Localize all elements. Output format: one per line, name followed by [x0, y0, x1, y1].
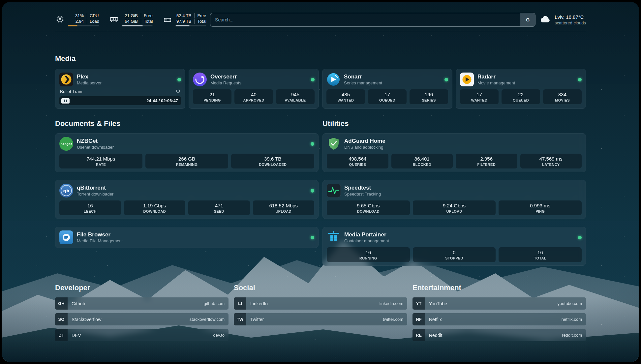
entertainment-heading: Entertainment — [412, 284, 586, 292]
cpu-value-1: 31% — [68, 13, 84, 18]
stat-queued: 22QUEUED — [502, 89, 540, 104]
svg-text:nzbget: nzbget — [61, 142, 73, 146]
link-name: DEV — [72, 333, 81, 338]
status-dot — [578, 78, 582, 81]
service-card-portainer[interactable]: Media Portainer Container management 16R… — [322, 227, 586, 266]
cpu-meter — [68, 25, 99, 26]
stat-approved: 40APPROVED — [234, 89, 273, 104]
reddit-badge-icon: RE — [412, 329, 425, 341]
memory-icon — [109, 14, 119, 25]
stat-rate: 744.21 MbpsRATE — [59, 154, 142, 168]
disk-label-1: Free — [194, 13, 206, 18]
weather-location: Lviv, 16.87°C — [555, 14, 586, 20]
link-name: Reddit — [429, 333, 442, 338]
disk-widget: 52.4 TB Free 97.9 TB Total — [163, 13, 206, 27]
service-card-qbittorrent[interactable]: qb qBittorrent Torrent downloader 16LEEC… — [55, 180, 319, 219]
link-reddit[interactable]: RE Reddit reddit.com — [412, 329, 586, 341]
status-dot — [177, 78, 181, 81]
resource-widgets: 31% CPU 2.94 Load — [55, 13, 206, 27]
service-card-overseerr[interactable]: Overseerr Media Requests 21PENDING 40APP… — [189, 69, 319, 109]
link-dev[interactable]: DT DEV dev.to — [55, 329, 229, 341]
service-card-sonarr[interactable]: Sonarr Series management 485WANTED 17QUE… — [322, 69, 452, 109]
netflix-badge-icon: NF — [412, 313, 425, 325]
now-playing-title: Bullet Train — [60, 89, 82, 94]
stat-available: 945AVAILABLE — [276, 89, 315, 104]
memory-meter — [122, 25, 153, 26]
status-dot — [444, 78, 448, 81]
link-name: YouTube — [429, 301, 447, 306]
link-netflix[interactable]: NF Netflix netflix.com — [412, 313, 586, 325]
link-domain: netflix.com — [562, 317, 582, 322]
link-name: Netflix — [429, 317, 442, 322]
cloud-icon — [539, 13, 551, 26]
link-domain: linkedin.com — [380, 301, 403, 306]
stat-series: 196SERIES — [410, 89, 448, 104]
weather-widget[interactable]: Lviv, 16.87°C scattered clouds — [539, 13, 586, 26]
media-heading: Media — [55, 54, 586, 63]
search-bar[interactable]: G — [210, 13, 535, 27]
service-subtitle: Speedtest Tracking — [344, 192, 381, 197]
stat-stopped: 0STOPPED — [413, 247, 496, 262]
overseerr-icon — [193, 73, 207, 86]
dashboard-screen: 31% CPU 2.94 Load — [2, 2, 639, 362]
cpu-label-1: CPU — [87, 13, 99, 18]
search-provider-button[interactable]: G — [520, 13, 535, 26]
topbar: 31% CPU 2.94 Load — [55, 2, 586, 27]
svg-text:qb: qb — [63, 188, 70, 193]
now-playing-time: 24:44 / 02:06:47 — [146, 99, 178, 103]
link-youtube[interactable]: YT YouTube youtube.com — [412, 297, 586, 310]
filebrowser-icon — [59, 230, 73, 244]
social-heading: Social — [234, 284, 407, 292]
service-card-speedtest[interactable]: Speedtest Speedtest Tracking 9.65 GbpsDO… — [322, 180, 586, 219]
stat-pending: 21PENDING — [193, 89, 231, 104]
stat-remaining: 266 GBREMAINING — [145, 154, 229, 168]
weather-condition: scattered clouds — [555, 20, 586, 25]
service-card-nzbget[interactable]: nzbget NZBGet Usenet downloader 744.21 M… — [55, 133, 319, 172]
service-subtitle: Container management — [344, 238, 389, 243]
developer-heading: Developer — [55, 284, 229, 292]
stat-running: 16RUNNING — [327, 247, 410, 262]
link-name: StackOverflow — [72, 317, 101, 322]
link-github[interactable]: GH Github github.com — [55, 297, 229, 310]
topbar-divider — [55, 31, 586, 31]
disk-meter — [175, 25, 206, 26]
section-documents: Documents & Files nzbget NZBGet Usenet d… — [55, 119, 319, 248]
stat-blocked: 86,401BLOCKED — [391, 154, 453, 168]
stat-latency: 47.569 msLATENCY — [520, 154, 582, 168]
portainer-icon — [327, 230, 341, 244]
section-social: Social LI LinkedIn linkedin.com TW Twitt… — [234, 284, 407, 325]
stat-seed: 471SEED — [188, 200, 250, 215]
link-domain: twitter.com — [383, 317, 403, 322]
disk-icon — [163, 14, 172, 25]
section-entertainment: Entertainment YT YouTube youtube.com NF … — [412, 284, 586, 341]
service-card-radarr[interactable]: Radarr Movie management 17WANTED 22QUEUE… — [456, 69, 586, 109]
link-linkedin[interactable]: LI LinkedIn linkedin.com — [234, 297, 407, 310]
stat-upload: 618.52 MbpsUPLOAD — [253, 200, 315, 215]
stat-filtered: 2,956FILTERED — [456, 154, 517, 168]
service-card-filebrowser[interactable]: File Browser Media File Management — [55, 227, 319, 248]
link-name: LinkedIn — [250, 301, 268, 306]
service-name: File Browser — [77, 231, 123, 238]
section-media: Media Plex Media server — [55, 54, 586, 109]
disk-label-2: Total — [194, 19, 206, 24]
service-subtitle: Media Requests — [210, 80, 241, 85]
section-utilities: Utilities AdGuard Home DNS and adbloc — [322, 119, 586, 266]
service-card-plex[interactable]: Plex Media server Bullet Train ⚙ 24:44 /… — [55, 69, 185, 109]
pause-icon[interactable] — [61, 98, 70, 104]
link-stackoverflow[interactable]: SO StackOverflow stackoverflow.com — [55, 313, 229, 325]
stat-download: 1.19 GbpsDOWNLOAD — [124, 200, 186, 215]
github-badge-icon: GH — [55, 297, 68, 310]
nzbget-icon: nzbget — [59, 137, 73, 151]
stat-wanted: 485WANTED — [326, 89, 365, 104]
status-dot — [311, 78, 315, 81]
utilities-heading: Utilities — [322, 119, 586, 128]
search-input[interactable] — [210, 13, 520, 26]
link-name: Twitter — [250, 317, 264, 322]
service-card-adguard[interactable]: AdGuard Home DNS and adblocking 498,564Q… — [322, 133, 586, 172]
gear-icon[interactable]: ⚙ — [176, 89, 180, 94]
plex-seekbar[interactable]: 24:44 / 02:06:47 — [59, 96, 181, 105]
link-twitter[interactable]: TW Twitter twitter.com — [234, 313, 407, 325]
service-name: NZBGet — [77, 138, 114, 144]
cpu-value-2: 2.94 — [68, 19, 84, 24]
service-subtitle: Media File Management — [77, 238, 123, 243]
